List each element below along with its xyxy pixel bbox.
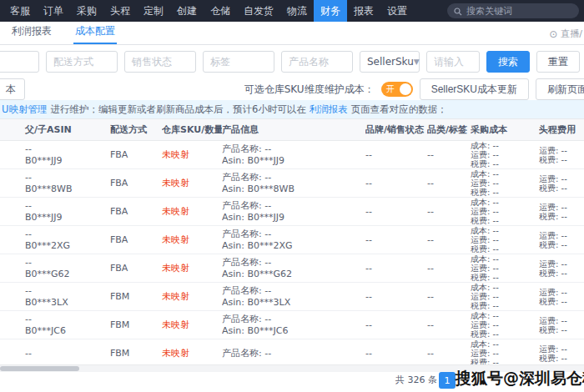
cell-brand-status: -- bbox=[365, 263, 427, 274]
pagination-page-1-button[interactable]: 1 bbox=[439, 372, 456, 389]
mapping-management-link[interactable]: U映射管理 bbox=[2, 103, 47, 116]
global-search[interactable] bbox=[447, 3, 579, 18]
nav-item-定制[interactable]: 定制 bbox=[137, 0, 170, 22]
cell-line: 运费: -- bbox=[539, 203, 584, 212]
sellersku-select-value: SellerSku bbox=[367, 56, 414, 68]
horizontal-scrollbar-thumb[interactable] bbox=[0, 366, 79, 371]
cell-product-info: 产品名称: -- bbox=[222, 348, 365, 359]
cell-line: 运费: -- bbox=[471, 349, 539, 358]
nav-item-设置[interactable]: 设置 bbox=[380, 0, 414, 22]
cell-line: 税费: -- bbox=[471, 301, 539, 310]
nav-item-创建[interactable]: 创建 bbox=[170, 0, 204, 22]
nav-item-头程[interactable]: 头程 bbox=[103, 0, 137, 22]
cell-line: FBM bbox=[110, 348, 162, 359]
cell-warehouse-sku: 未映射 bbox=[162, 348, 222, 359]
cell-product-info: 产品名称: --Asin: B0***8WB bbox=[222, 172, 365, 195]
refresh-page-button[interactable]: 刷新页面 bbox=[536, 78, 584, 100]
cell-line: -- bbox=[365, 319, 427, 331]
cell-line: 税费: -- bbox=[471, 159, 539, 168]
global-search-input[interactable] bbox=[466, 6, 572, 16]
filter-field-1[interactable]: 销售状态 bbox=[124, 51, 196, 73]
cell-warehouse-sku: 未映射 bbox=[162, 234, 222, 246]
tabbar-right[interactable]: ⊙ 直播/ bbox=[549, 28, 582, 40]
cell-first-leg-fee: 运费: --税费: -- bbox=[539, 231, 584, 249]
nav-item-客服[interactable]: 客服 bbox=[3, 0, 37, 22]
search-button[interactable]: 搜索 bbox=[486, 51, 530, 73]
cell-line: -- bbox=[365, 263, 427, 274]
cell-line: 运费: -- bbox=[471, 264, 539, 273]
cell-line: -- bbox=[427, 206, 471, 218]
cell-delivery: FBM bbox=[110, 291, 162, 303]
tab-利润报表[interactable]: 利润报表 bbox=[10, 24, 53, 44]
table-body: --B0***JJ9FBA未映射产品名称: --Asin: B0***JJ9--… bbox=[0, 141, 584, 364]
cell-line: B0***2XG bbox=[25, 240, 110, 252]
cell-line: -- bbox=[365, 149, 427, 161]
cell-line: Asin: B0***JJ9 bbox=[222, 155, 365, 167]
keyword-input[interactable] bbox=[426, 51, 480, 73]
mapping-link[interactable]: 未映射 bbox=[162, 234, 222, 246]
reset-button[interactable]: 重置 bbox=[536, 51, 580, 73]
cell-product-info: 产品名称: --Asin: B0***3LX bbox=[222, 285, 365, 309]
cell-first-leg-fee: 运费: --税费: -- bbox=[539, 203, 584, 221]
mapping-link[interactable]: 未映射 bbox=[162, 263, 222, 274]
cell-line: 产品名称: -- bbox=[222, 257, 365, 269]
mapping-link[interactable]: 未映射 bbox=[162, 291, 222, 303]
column-header-0: 父/子ASIN bbox=[0, 123, 110, 136]
table-row: --B0***JJ9FBA未映射产品名称: --Asin: B0***JJ9--… bbox=[0, 198, 584, 226]
cell-line: -- bbox=[427, 348, 471, 359]
cell-delivery: FBA bbox=[110, 234, 162, 246]
profit-report-link[interactable]: 利润报表 bbox=[310, 103, 348, 116]
column-header-7: 头程费用 bbox=[539, 123, 584, 136]
nav-item-财务[interactable]: 财务 bbox=[314, 0, 347, 22]
cell-line: -- bbox=[427, 178, 471, 189]
cell-delivery: FBA bbox=[110, 149, 162, 161]
mapping-link[interactable]: 未映射 bbox=[162, 348, 222, 359]
nav-item-订单[interactable]: 订单 bbox=[37, 0, 70, 22]
nav-item-自发货[interactable]: 自发货 bbox=[237, 0, 280, 22]
cell-line: B0***JJ9 bbox=[25, 155, 110, 167]
nav-item-报表[interactable]: 报表 bbox=[347, 0, 380, 22]
cell-line: 成本: -- bbox=[471, 226, 539, 235]
cell-line: -- bbox=[427, 319, 471, 331]
tab-成本配置[interactable]: 成本配置 bbox=[73, 24, 117, 44]
nav-item-采购[interactable]: 采购 bbox=[70, 0, 103, 22]
mapping-link[interactable]: 未映射 bbox=[162, 319, 222, 331]
cell-line: -- bbox=[365, 234, 427, 246]
filter-field-0[interactable]: 配送方式 bbox=[46, 51, 118, 73]
filter-field-clipped[interactable] bbox=[0, 51, 39, 73]
cost-button-partial[interactable]: 本 bbox=[0, 78, 25, 100]
cell-first-leg-fee: 运费: --税费: -- bbox=[539, 174, 584, 193]
cell-product-info: 产品名称: --Asin: B0***JJ9 bbox=[222, 143, 365, 167]
table-row: --FBM未映射产品名称: ------成本: --运费: --税费: --运费… bbox=[0, 339, 584, 364]
cell-category-tag: -- bbox=[427, 178, 471, 189]
nav-item-仓储[interactable]: 仓储 bbox=[204, 0, 237, 22]
mapping-link[interactable]: 未映射 bbox=[162, 178, 222, 189]
mapping-link[interactable]: 未映射 bbox=[162, 206, 222, 218]
cell-purchase-cost: 成本: --运费: --税费: -- bbox=[471, 226, 539, 254]
sellersku-select[interactable]: SellerSku ▼ bbox=[360, 51, 420, 73]
search-icon bbox=[454, 3, 462, 19]
mapping-link[interactable]: 未映射 bbox=[162, 149, 222, 161]
nav-item-物流[interactable]: 物流 bbox=[280, 0, 314, 22]
column-header-5: 品类/标签 bbox=[427, 123, 471, 136]
cell-line: FBA bbox=[110, 263, 162, 274]
cell-warehouse-sku: 未映射 bbox=[162, 263, 222, 274]
cell-line: 运费: -- bbox=[539, 288, 584, 297]
cell-line: 税费: -- bbox=[539, 183, 584, 193]
filter-field-2[interactable]: 标签 bbox=[203, 51, 274, 73]
table-row: --B0***3LXFBM未映射产品名称: --Asin: B0***3LX--… bbox=[0, 283, 584, 311]
cell-line: FBA bbox=[110, 149, 162, 161]
cell-line: 产品名称: -- bbox=[222, 172, 365, 183]
cell-line: 成本: -- bbox=[471, 198, 539, 207]
sku-dimension-toggle[interactable]: 开 bbox=[381, 82, 413, 97]
cell-asin: --B0***3LX bbox=[0, 285, 110, 309]
cell-line: Asin: B0***JC6 bbox=[222, 325, 365, 337]
sellersku-cost-update-button[interactable]: SellerSKU成本更新 bbox=[420, 78, 529, 100]
cell-line: 运费: -- bbox=[471, 150, 539, 159]
cell-line: 税费: -- bbox=[539, 325, 584, 334]
filter-field-3[interactable]: 产品名称 bbox=[281, 51, 353, 73]
cell-line: 产品名称: -- bbox=[222, 285, 365, 297]
notice-text-before: 进行维护；编辑更新或者刷新商品成本后，预计6小时可以在 bbox=[50, 103, 305, 116]
cell-line: Asin: B0***JJ9 bbox=[222, 212, 365, 224]
cell-purchase-cost: 成本: --运费: --税费: -- bbox=[471, 254, 539, 282]
